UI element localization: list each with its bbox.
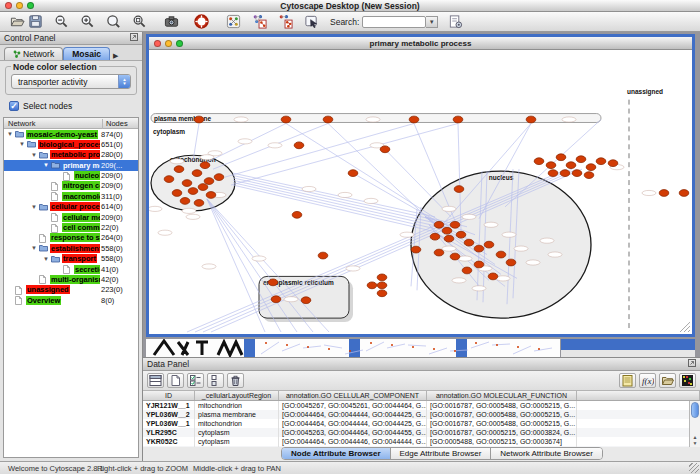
float-data-panel-icon[interactable] <box>688 359 696 369</box>
attribute-table-button[interactable] <box>147 373 164 388</box>
network-node[interactable] <box>164 176 174 183</box>
select-mode-button[interactable] <box>302 13 320 30</box>
table-row[interactable]: YLR295Ccytoplasm[GO:0045263, GO:0044464,… <box>143 428 700 437</box>
table-cell[interactable]: YDR039C__1 <box>143 446 195 447</box>
network-node[interactable] <box>450 253 460 260</box>
table-cell[interactable]: YJR121W__1 <box>143 401 195 410</box>
network-node[interactable] <box>377 290 387 297</box>
tree-row[interactable]: nitrogen compo209(0) <box>4 181 138 191</box>
network-node[interactable] <box>318 252 328 259</box>
tree-row[interactable]: ▼biological_process651(0) <box>4 139 138 149</box>
tree-row[interactable]: cell communicat22(0) <box>4 223 138 233</box>
network-node[interactable] <box>462 267 472 274</box>
tree-row[interactable]: ▼cellular process614(0) <box>4 202 138 212</box>
canvas-resize-grip[interactable] <box>680 322 690 332</box>
search-dropdown-button[interactable]: ▼ <box>426 16 438 28</box>
network-node[interactable] <box>586 164 596 171</box>
select-nodes-checkbox[interactable]: ✓ <box>9 101 19 111</box>
tree-row[interactable]: ▼establishment of lo558(0) <box>4 243 138 253</box>
new-attribute-button[interactable] <box>167 373 184 388</box>
network-node[interactable] <box>323 116 333 123</box>
network-window-titlebar[interactable]: primary metabolic process <box>149 37 692 50</box>
tree-row[interactable]: secretion41(0) <box>4 264 138 274</box>
table-cell[interactable]: [GO:0044464, GO:0044446, GO:0044444, G..… <box>279 437 427 446</box>
browser-tab[interactable]: Node Attribute Browser <box>282 448 391 459</box>
layout-b-button[interactable] <box>276 13 294 30</box>
network-node[interactable] <box>576 156 586 163</box>
table-cell[interactable]: [GO:0045263, GO:0044464, GO:0044455, G..… <box>279 428 427 437</box>
tree-row[interactable]: Overview8(0) <box>4 295 138 305</box>
table-cell[interactable]: cytoplasm <box>195 428 279 437</box>
help-button[interactable] <box>192 13 210 30</box>
network-node[interactable] <box>294 142 304 149</box>
network-node[interactable] <box>548 170 558 177</box>
network-node[interactable] <box>506 259 516 266</box>
network-node[interactable] <box>411 246 421 253</box>
network-node[interactable] <box>534 158 544 165</box>
network-node[interactable] <box>281 116 291 123</box>
table-column-header[interactable]: _cellularLayoutRegion <box>195 391 279 400</box>
network-node[interactable] <box>659 190 669 197</box>
tree-row[interactable]: macromolecule311(0) <box>4 191 138 201</box>
network-node[interactable] <box>442 227 452 234</box>
tree-row[interactable]: ▼primary metabo209(... <box>4 160 138 170</box>
tree-expand-arrow[interactable]: ▼ <box>7 131 13 137</box>
network-grid-button[interactable] <box>224 13 242 30</box>
network-node[interactable] <box>453 116 463 123</box>
table-column-header[interactable]: annotation.GO MOLECULAR_FUNCTION <box>427 391 577 400</box>
tree-row[interactable]: response to stimulu264(0) <box>4 233 138 243</box>
table-cell[interactable]: [GO:0044464, GO:0044444, GO:0044425, G..… <box>279 419 427 428</box>
tree-row[interactable]: ▼mosaic-demo-yeast874(0) <box>4 129 138 139</box>
tab-mosaic[interactable]: Mosaic <box>63 47 110 60</box>
table-cell[interactable]: cytoplasm <box>195 437 279 446</box>
network-canvas[interactable]: plasma membranecytoplasmmitochondrionnuc… <box>149 50 692 334</box>
tab-overflow-arrow[interactable]: ▶ <box>113 52 118 60</box>
tree-row[interactable]: nucleobase-209(0) <box>4 171 138 181</box>
network-node[interactable] <box>496 251 506 258</box>
network-node[interactable] <box>192 170 202 177</box>
table-cell[interactable]: [GO:0016787, GO:0005215, GO:0003824, G..… <box>427 428 577 437</box>
network-node[interactable] <box>434 249 444 256</box>
network-node[interactable] <box>200 162 210 169</box>
network-node[interactable] <box>546 162 556 169</box>
search-input[interactable] <box>362 16 426 28</box>
tree-row[interactable]: ▼transport558(0) <box>4 254 138 264</box>
network-node[interactable] <box>474 245 484 252</box>
notes-button[interactable] <box>619 373 636 388</box>
tree-expand-arrow[interactable]: ▼ <box>31 245 37 251</box>
table-cell[interactable]: YPL036W__2 <box>143 410 195 419</box>
network-node[interactable] <box>348 170 358 177</box>
network-node[interactable] <box>292 211 302 218</box>
unselect-attributes-button[interactable] <box>207 373 224 388</box>
layout-a-button[interactable] <box>250 13 268 30</box>
network-node[interactable] <box>488 273 498 280</box>
network-node[interactable] <box>464 239 474 246</box>
network-node[interactable] <box>608 160 618 167</box>
network-node[interactable] <box>268 279 278 286</box>
network-node[interactable] <box>194 116 204 123</box>
scrollbar-thumb[interactable] <box>691 402 699 418</box>
network-node[interactable] <box>430 233 440 240</box>
tree-row[interactable]: cellular metabol209(0) <box>4 212 138 222</box>
snapshot-button[interactable] <box>162 13 180 30</box>
node-color-dropdown[interactable]: transporter activity ▲▼ <box>11 74 131 89</box>
zoom-selected-button[interactable] <box>130 13 148 30</box>
tree-row[interactable]: ▼metabolic process280(0) <box>4 150 138 160</box>
network-node[interactable] <box>206 192 216 199</box>
network-node[interactable] <box>367 282 377 289</box>
network-node[interactable] <box>377 282 387 289</box>
delete-attribute-button[interactable] <box>227 373 244 388</box>
table-column-header[interactable]: annotation.GO CELLULAR_COMPONENT <box>279 391 427 400</box>
browser-tab[interactable]: Network Attribute Browser <box>491 448 601 459</box>
network-node[interactable] <box>584 172 594 179</box>
table-cell[interactable]: mitochondrion <box>195 419 279 428</box>
table-cell[interactable]: plasma membrane <box>195 410 279 419</box>
network-node[interactable] <box>434 221 444 228</box>
network-node[interactable] <box>454 186 464 193</box>
network-node[interactable] <box>377 274 387 281</box>
table-cell[interactable]: [GO:0045267, GO:0045261, GO:0044464, G..… <box>279 401 427 410</box>
table-cell[interactable]: [GO:0005488, GO:0005215, GO:0003674] <box>427 437 577 446</box>
table-row[interactable]: YPL036W__1mitochondrion[GO:0044464, GO:0… <box>143 419 700 428</box>
network-node[interactable] <box>456 231 466 238</box>
network-node[interactable] <box>444 235 454 242</box>
